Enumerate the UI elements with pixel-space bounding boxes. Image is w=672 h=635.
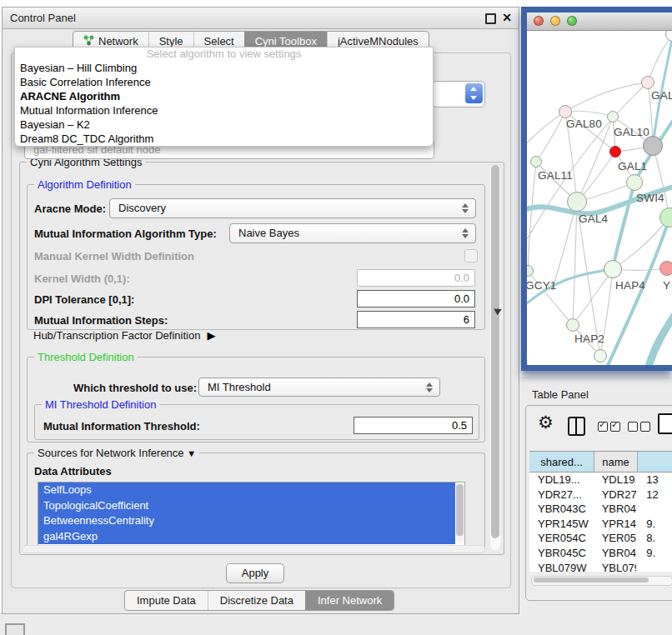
inference-algorithm-combobox-partial[interactable] — [432, 81, 485, 108]
kernel-width-field[interactable]: 0.0 — [357, 269, 475, 287]
table-cell: YER054C — [594, 531, 637, 546]
mi-threshold-label: Mutual Information Threshold: — [43, 420, 200, 432]
table-cell: 13 — [636, 472, 672, 488]
tab-impute-data[interactable]: Impute Data — [125, 591, 208, 610]
apply-button[interactable]: Apply — [226, 563, 284, 583]
network-node-gal1[interactable] — [609, 146, 621, 158]
algorithm-option[interactable]: Mutual Information Inference — [15, 103, 433, 118]
algorithm-option[interactable]: Bayesian – K2 — [15, 118, 433, 132]
hub-definition-expander[interactable]: Hub/Transcription Factor Definition▶ — [33, 329, 215, 342]
mi-algorithm-type-combobox[interactable]: Naive Bayes — [229, 223, 476, 243]
select-all-checkbox-icon[interactable]: ✓ — [598, 422, 608, 432]
network-node-label: GCY1 — [527, 279, 557, 292]
settings-vertical-scrollbar[interactable] — [490, 165, 500, 550]
algorithm-option[interactable]: Bayesian – Hill Climbing — [15, 61, 433, 75]
network-node[interactable] — [594, 349, 607, 362]
table-cell: YDR27... — [594, 488, 637, 502]
table-cell: YDR27... — [529, 488, 594, 502]
which-threshold-combobox[interactable]: MI Threshold — [198, 378, 440, 397]
table-row[interactable]: YBL079WYBL079W — [529, 561, 672, 572]
network-node-gal10[interactable] — [607, 111, 619, 122]
network-node-label: GAL4 — [579, 212, 608, 225]
network-node-swi4[interactable] — [626, 174, 643, 191]
list-scrollbar[interactable] — [456, 484, 464, 542]
column-header-shared-name[interactable]: shared... — [529, 452, 594, 472]
dpi-tolerance-field[interactable]: 0.0 — [357, 290, 475, 308]
network-node-gal11[interactable] — [530, 156, 542, 168]
network-view-window[interactable]: GALGAL80GAL10GAL1GAL11SWI4GAL4GCY1HAP4YH… — [521, 7, 672, 371]
mi-type-label: Mutual Information Algorithm Type: — [34, 228, 217, 240]
zoom-window-button[interactable] — [567, 16, 577, 26]
mi-threshold-group: MI Threshold Definition Mutual Informati… — [34, 404, 479, 440]
algorithm-option[interactable]: Basic Correlation Inference — [15, 75, 433, 89]
close-icon[interactable]: ✕ — [502, 11, 512, 24]
table-cell: YBL079W — [594, 561, 637, 572]
network-node-label: GAL80 — [566, 118, 602, 130]
table-cell: 9. — [636, 517, 672, 532]
table-row[interactable]: YDR27...YDR27...12 — [529, 488, 672, 502]
table-row[interactable]: YPR145WYPR145W9. — [529, 517, 672, 532]
network-node-gal4[interactable] — [567, 192, 587, 212]
network-canvas[interactable]: GALGAL80GAL10GAL1GAL11SWI4GAL4GCY1HAP4YH… — [527, 31, 672, 365]
data-attribute-item-selected[interactable]: gal4RGexp — [38, 529, 455, 545]
tab-label: Network — [98, 35, 138, 48]
algorithm-popup-placeholder: Select algorithm to view settings — [15, 48, 433, 61]
close-window-button[interactable] — [534, 16, 544, 26]
algorithm-definition-group: Algorithm Definition Aracne Mode: Discov… — [27, 184, 485, 330]
mi-steps-label: Mutual Information Steps: — [34, 314, 168, 327]
deselect-all-checkbox-icon[interactable] — [640, 422, 650, 432]
data-attribute-item-selected[interactable]: BetweennessCentrality — [38, 513, 455, 529]
minimized-panel-icon[interactable] — [5, 623, 25, 635]
network-node-label: HAP2 — [574, 332, 604, 345]
scrollbar-thumb[interactable] — [491, 165, 499, 538]
data-attributes-list[interactable]: SelfLoopsTopologicalCoefficientBetweenne… — [38, 482, 465, 546]
cyni-algorithm-settings-group: Cyni Algorithm Settings Algorithm Defini… — [19, 162, 504, 555]
columns-icon[interactable] — [568, 417, 585, 436]
table-row[interactable]: YDL19...YDL19...13 — [529, 472, 672, 488]
expander-arrow-icon: ▶ — [207, 329, 215, 342]
attr-items: SelfLoopsTopologicalCoefficientBetweenne… — [38, 482, 464, 544]
algorithm-option[interactable]: Dream8 DC_TDC Algorithm — [15, 132, 433, 146]
table-cell: YBR045C — [594, 546, 637, 561]
gear-icon[interactable]: ⚙ — [538, 412, 554, 432]
table-row[interactable]: YBR043CYBR043C — [529, 502, 672, 517]
network-node[interactable] — [643, 136, 663, 156]
data-attribute-item-selected[interactable]: SelfLoops — [38, 482, 455, 498]
minimize-window-button[interactable] — [550, 16, 560, 26]
mi-threshold-field[interactable]: 0.5 — [354, 417, 473, 434]
bottom-strip — [0, 612, 518, 635]
document-icon[interactable] — [658, 413, 672, 434]
combobox-arrow-button[interactable] — [465, 83, 483, 103]
manual-kernel-checkbox[interactable] — [464, 249, 478, 262]
table-cell: 12 — [636, 488, 672, 502]
data-attribute-item-selected[interactable]: TopologicalCoefficient — [38, 498, 455, 514]
network-node-hap2[interactable] — [566, 318, 579, 332]
network-node-gal80[interactable] — [559, 105, 572, 118]
algorithm-definition-title: Algorithm Definition — [34, 178, 135, 191]
tab-infer-network[interactable]: Infer Network — [305, 591, 394, 610]
deselect-all-checkbox-icon[interactable] — [628, 422, 638, 432]
table-row[interactable]: YBR045CYBR045C9. — [529, 546, 672, 561]
aracne-mode-combobox[interactable]: Discovery — [109, 198, 476, 218]
control-panel-titlebar[interactable]: Control Panel ✕ — [3, 8, 519, 29]
network-node-hap4[interactable] — [604, 260, 622, 278]
mi-steps-field[interactable]: 6 — [357, 311, 475, 328]
table-row[interactable]: YER054CYER054C8. — [529, 531, 672, 546]
float-window-icon[interactable] — [485, 13, 496, 24]
algorithm-dropdown-popup: Select algorithm to view settings Bayesi… — [14, 47, 434, 147]
manual-kernel-label: Manual Kernel Width Definition — [34, 250, 194, 262]
tab-discretize-data[interactable]: Discretize Data — [208, 591, 305, 610]
bottom-tabbar: Impute Data Discretize Data Infer Networ… — [124, 590, 394, 611]
network-node-y[interactable] — [659, 261, 672, 276]
algorithm-option[interactable]: ARACNE Algorithm — [15, 89, 433, 103]
network-node-label: SWI4 — [636, 192, 664, 204]
select-all-checkbox-icon[interactable]: ✓ — [610, 422, 620, 432]
network-window-titlebar[interactable] — [527, 12, 672, 31]
network-node-gal[interactable] — [641, 76, 654, 89]
table-horizontal-scrollbar[interactable] — [531, 576, 672, 586]
column-header-name[interactable]: name — [594, 452, 638, 472]
settings-horizontal-scrollbar[interactable] — [22, 545, 485, 553]
sources-title[interactable]: Sources for Network Inference ▼ — [34, 447, 199, 459]
which-threshold-label: Which threshold to use: — [73, 382, 197, 394]
column-header-partial[interactable] — [638, 452, 672, 472]
